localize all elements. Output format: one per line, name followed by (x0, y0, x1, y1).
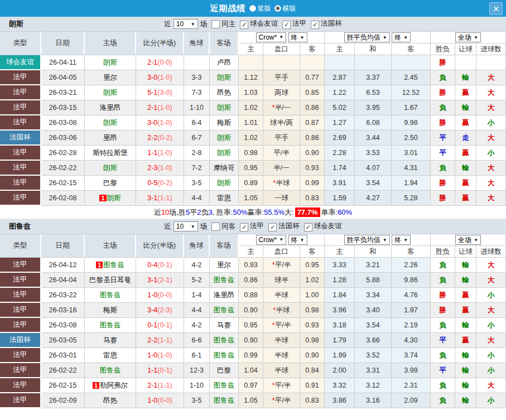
home-odds-cell: 0.98 (239, 146, 263, 161)
avg-draw-cell: 3.54 (355, 176, 392, 191)
avg-away-cell: 12.52 (392, 85, 431, 100)
date-cell: 26-04-04 (41, 273, 85, 288)
avg-home-cell: 1.22 (325, 85, 355, 100)
avg-away-cell: 2.45 (392, 70, 431, 85)
filter-label: 法甲 (250, 222, 264, 230)
avg-draw-cell: 3.31 (355, 363, 392, 378)
home-team-cell: 图鲁兹 (85, 318, 136, 333)
halftime-score: (0-1) (157, 261, 172, 269)
filter-checkbox[interactable]: ✓ (311, 21, 319, 29)
match-count-select[interactable]: 10▼ (174, 19, 198, 29)
summary-segment: 平 (190, 207, 197, 218)
away-team-cell: 巴黎 (210, 363, 239, 378)
avg-final-select[interactable]: 终▼ (392, 235, 411, 245)
avg-away-cell: 3.74 (392, 348, 431, 363)
fulltime-score: 3-0 (147, 119, 157, 127)
halftime-score: (0-1) (157, 321, 172, 329)
filter-checkbox[interactable]: ✓ (282, 21, 291, 29)
halftime-score: (1-1) (157, 382, 172, 389)
avg-home-cell: 5.02 (325, 100, 355, 115)
wdl-result-cell: 負 (431, 258, 455, 273)
summary-segment: 2 (197, 208, 201, 216)
same-venue-checkbox[interactable] (211, 223, 220, 231)
halftime-score: (0-0) (157, 291, 172, 299)
filter-checkbox[interactable]: ✓ (240, 223, 248, 231)
same-venue-checkbox[interactable] (211, 20, 220, 28)
home-team-name: 梅斯 (103, 306, 117, 314)
bookmaker-final-select[interactable]: 终▼ (288, 32, 307, 42)
handicap-text: 球半 (274, 276, 288, 284)
wdl-result-cell: 勝 (431, 191, 455, 206)
col-header-letgoal: 让球 (455, 44, 476, 55)
layout-radio-vertical[interactable]: 竖版 (249, 4, 271, 13)
col-header-avg-away: 客 (392, 246, 431, 258)
avg-final-select[interactable]: 终▼ (392, 32, 411, 42)
home-team-name: 里昂 (103, 134, 117, 142)
handicap-cell: 两球 (263, 85, 300, 100)
away-team-name: 朗斯 (217, 74, 231, 81)
filter-checkbox[interactable]: ✓ (240, 21, 248, 29)
avg-select[interactable]: 胜平负均值▼ (344, 235, 390, 245)
handicap-cell: *半/一 (263, 100, 300, 115)
home-team-cell: 里昂 (85, 131, 136, 146)
wdl-result-cell: 平 (431, 131, 455, 146)
avg-home-cell: 3.86 (325, 393, 355, 408)
home-odds-cell: 0.95 (239, 318, 263, 333)
avg-home-cell: 2.69 (325, 131, 355, 146)
goals-result-cell: 大 (476, 191, 506, 206)
col-header-odds-home: 主 (239, 246, 263, 258)
away-team-cell: 图鲁兹 (210, 333, 239, 348)
match-count-select[interactable]: 10▼ (174, 221, 198, 231)
home-odds-cell: 0.99 (239, 348, 263, 363)
close-button[interactable]: ✕ (489, 2, 503, 15)
competition-cell: 法甲 (0, 146, 41, 161)
competition-cell: 法甲 (0, 161, 41, 176)
halftime-score: (2-3) (157, 306, 172, 314)
layout-radio-horizontal[interactable]: 横版 (274, 4, 296, 13)
avg-select[interactable]: 胜平负均值▼ (344, 32, 390, 42)
away-team-cell: 洛里昂 (210, 288, 239, 303)
bookmaker-final-select[interactable]: 终▼ (288, 235, 307, 245)
home-team-name: 朗斯 (103, 59, 117, 66)
away-team-cell: 朗斯 (210, 131, 239, 146)
handicap-cell: 平手 (263, 131, 300, 146)
corner-cell: 6-6 (184, 333, 210, 348)
handicap-cell: *半球 (263, 303, 300, 318)
titlebar: 近期战绩 竖版 横版 ✕ (0, 0, 506, 17)
handicap-result-cell: 輸 (455, 363, 476, 378)
fulltime-score: 1-1 (147, 149, 157, 157)
score-cell: 2-2(0-2) (136, 131, 184, 146)
home-team-name: 朗斯 (103, 164, 117, 172)
date-cell: 26-03-16 (41, 303, 85, 318)
radio-unchecked-icon[interactable] (249, 5, 256, 12)
competition-badge: 法甲 (0, 100, 40, 114)
away-odds-cell: 1.02 (300, 273, 325, 288)
section1-summary: 近10场,胜5平2负3, 胜率:50% 赢率:55.5% 大: 77.7% 单率… (0, 206, 506, 219)
competition-cell: 法甲 (0, 273, 41, 288)
away-team-name: 朗斯 (217, 149, 231, 157)
handicap-result-cell: 輸 (455, 161, 476, 176)
score-cell: 2-3(1-0) (136, 161, 184, 176)
fulltime-score: 1-1 (147, 366, 157, 374)
home-team-cell: 里尔 (85, 70, 136, 85)
handicap-result-cell (455, 55, 476, 70)
home-team-cell: 洛里昂 (85, 100, 136, 115)
filter-checkbox[interactable]: ✓ (268, 223, 277, 231)
goals-result-cell: 大 (476, 378, 506, 393)
radio-checked-icon[interactable] (274, 5, 281, 12)
score-cell: 2-1(1-0) (136, 100, 184, 115)
filter-checkbox[interactable]: ✓ (304, 223, 312, 231)
handicap-cell: 一球 (263, 191, 300, 206)
away-team-cell: 朗斯 (210, 70, 239, 85)
away-odds-cell (300, 55, 325, 70)
handicap-result-cell: 贏 (455, 146, 476, 161)
handicap-result-cell: 贏 (455, 85, 476, 100)
bookmaker-select[interactable]: Crow*▼ (256, 32, 287, 42)
scope-select[interactable]: 全场▼ (455, 235, 481, 245)
bookmaker-select[interactable]: Crow*▼ (256, 235, 287, 245)
avg-away-cell: 2.26 (392, 258, 431, 273)
wdl-result-cell: 勝 (431, 176, 455, 191)
scope-select[interactable]: 全场▼ (455, 32, 481, 42)
away-odds-cell: 0.83 (300, 191, 325, 206)
col-header-wdl: 胜负 (431, 44, 455, 55)
